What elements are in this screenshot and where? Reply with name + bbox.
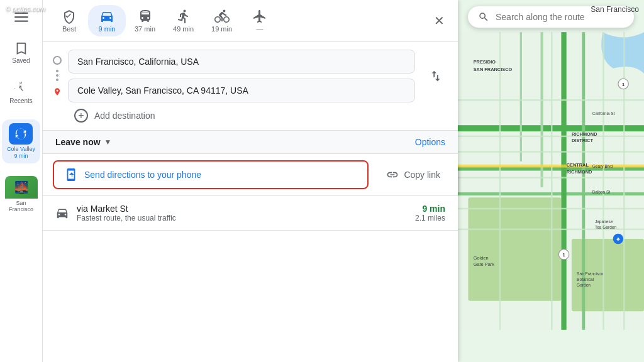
svg-text:California St: California St [592, 111, 615, 116]
svg-rect-0 [14, 13, 28, 14]
svg-text:SAN FRANCISCO: SAN FRANCISCO [474, 67, 513, 72]
send-to-phone-icon [64, 168, 78, 182]
svg-rect-22 [623, 32, 625, 330]
destination-pin [53, 86, 62, 97]
svg-text:CENTRAL: CENTRAL [567, 162, 589, 168]
destination-input[interactable] [68, 79, 415, 102]
svg-text:San Francisco: San Francisco [577, 272, 603, 276]
map-search-icon [478, 11, 489, 23]
sidebar: Saved Recents Cole Valley9 min 🌉 SanFran… [0, 0, 43, 362]
cole-valley-label: Cole Valley9 min [7, 146, 35, 160]
route-inputs-wrapper [53, 50, 448, 102]
svg-rect-4 [468, 197, 561, 300]
route-dots [56, 67, 58, 84]
leave-now-label: Leave now [55, 137, 101, 147]
map-area[interactable]: ◀ [458, 0, 644, 362]
svg-text:RICHMOND: RICHMOND [567, 169, 592, 175]
svg-rect-9 [561, 32, 566, 330]
svg-text:Golden: Golden [474, 255, 489, 261]
svg-text:Botanical: Botanical [577, 277, 594, 282]
svg-text:♣: ♣ [616, 236, 620, 242]
recents-label: Recents [9, 97, 33, 104]
svg-text:Japanese: Japanese [595, 219, 613, 224]
sidebar-item-recents[interactable]: Recents [4, 79, 38, 107]
svg-text:Geary Blvd: Geary Blvd [592, 164, 613, 169]
route-distance: 2.1 miles [415, 214, 445, 222]
svg-text:1: 1 [562, 252, 565, 258]
plane-label: — [257, 25, 264, 33]
svg-rect-20 [551, 32, 552, 330]
map-canvas: PRESIDIO SAN FRANCISCO California St Gea… [458, 0, 644, 362]
send-directions-label: Send directions to your phone [84, 170, 201, 180]
route-info: via Market St Fastest route, the usual t… [77, 204, 408, 222]
leave-now-arrow: ▼ [104, 138, 112, 146]
route-result[interactable]: via Market St Fastest route, the usual t… [43, 196, 458, 231]
options-link[interactable]: Options [415, 137, 445, 147]
svg-rect-21 [602, 32, 604, 330]
route-icons [53, 50, 62, 102]
svg-rect-12 [520, 32, 522, 162]
copy-link-label: Copy link [404, 170, 440, 180]
route-car-icon [55, 206, 69, 220]
copy-link-button[interactable]: Copy link [379, 163, 448, 186]
add-destination-row: + Add destination [53, 109, 448, 123]
actions-row: Send directions to your phone Copy link [43, 154, 458, 196]
san-francisco-label: SanFrancisco [5, 199, 38, 214]
walk-label: 49 min [173, 25, 194, 33]
route-desc: Fastest route, the usual traffic [77, 214, 408, 222]
svg-text:Garden: Garden [577, 283, 591, 287]
transport-bike[interactable]: 19 min [203, 5, 241, 36]
svg-text:RICHMOND: RICHMOND [572, 131, 597, 137]
bike-label: 19 min [211, 25, 232, 33]
svg-text:PRESIDIO: PRESIDIO [474, 59, 496, 65]
san-francisco-map-label: San Francisco [591, 5, 639, 14]
transit-label: 37 min [135, 25, 155, 33]
options-row: Leave now ▼ Options [43, 131, 458, 154]
san-francisco-thumb: 🌉 [5, 176, 38, 199]
transport-car[interactable]: 9 min [88, 5, 126, 36]
main-panel: Best 9 min 37 min 49 min [43, 0, 458, 362]
route-time: 9 min [415, 204, 445, 214]
swap-button[interactable] [424, 64, 448, 88]
sidebar-item-san-francisco[interactable]: 🌉 SanFrancisco [5, 176, 38, 214]
car-label: 9 min [99, 25, 116, 33]
route-timing: 9 min 2.1 miles [415, 204, 445, 222]
close-button[interactable]: ✕ [428, 9, 450, 32]
origin-input[interactable] [68, 50, 415, 74]
sidebar-item-cole-valley[interactable]: Cole Valley9 min [2, 119, 40, 163]
add-destination-icon[interactable]: + [74, 109, 88, 123]
copy-link-icon [386, 168, 399, 181]
route-inputs: + Add destination [43, 42, 458, 131]
add-destination-label[interactable]: Add destination [94, 111, 155, 121]
svg-text:DISTRICT: DISTRICT [572, 138, 594, 143]
saved-label: Saved [12, 57, 30, 64]
transport-walk[interactable]: 49 min [164, 5, 203, 36]
svg-rect-1 [14, 16, 28, 18]
send-directions-button[interactable]: Send directions to your phone [53, 160, 369, 189]
svg-text:Tea Garden: Tea Garden [595, 225, 617, 229]
svg-text:Gate Park: Gate Park [474, 261, 495, 267]
inputs-col [68, 50, 415, 102]
origin-dot [53, 56, 62, 65]
sidebar-item-saved[interactable]: Saved [7, 39, 35, 67]
svg-rect-2 [14, 21, 28, 22]
best-label: Best [62, 25, 76, 33]
svg-rect-19 [499, 32, 501, 330]
svg-rect-11 [541, 32, 543, 187]
transport-plane[interactable]: — [241, 5, 279, 36]
svg-text:1: 1 [622, 82, 625, 87]
leave-now-button[interactable]: Leave now ▼ [55, 137, 111, 147]
transport-transit[interactable]: 37 min [126, 5, 164, 36]
route-via: via Market St [77, 204, 408, 214]
svg-text:Balboa St: Balboa St [592, 190, 611, 194]
svg-rect-23 [458, 165, 644, 168]
transport-modes-row: Best 9 min 37 min 49 min [43, 0, 458, 42]
transport-best[interactable]: Best [50, 5, 88, 36]
watermark: © pctips.com [5, 5, 45, 13]
